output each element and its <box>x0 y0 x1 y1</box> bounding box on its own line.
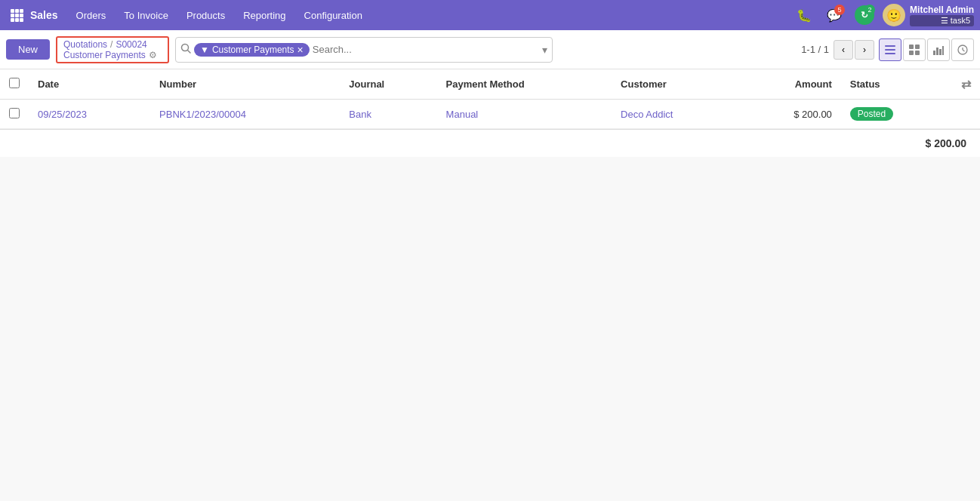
updates-badge: 2 <box>864 5 875 15</box>
search-dropdown-icon[interactable]: ▾ <box>542 44 547 56</box>
chat-btn[interactable]: 💬 5 <box>822 3 846 27</box>
breadcrumb-line: Quotations / S00024 <box>63 39 162 50</box>
task-icon: ☰ <box>941 16 948 25</box>
cell-payment-method: Manual <box>437 100 612 129</box>
task-label: task5 <box>951 16 970 25</box>
chart-view-button[interactable] <box>927 38 950 61</box>
svg-rect-3 <box>11 14 14 17</box>
list-view-button[interactable] <box>879 38 901 61</box>
cell-amount: $ 200.00 <box>739 100 841 129</box>
view-toggle <box>879 38 974 61</box>
journal-link[interactable]: Bank <box>349 109 371 120</box>
app-name: Sales <box>30 9 58 21</box>
total-row: $ 200.00 <box>0 129 980 157</box>
svg-rect-17 <box>915 51 920 55</box>
clock-view-button[interactable] <box>951 38 974 61</box>
row-checkbox[interactable] <box>9 108 20 118</box>
breadcrumb-sep: / <box>110 39 112 50</box>
gear-icon[interactable]: ⚙ <box>149 50 157 60</box>
number-link[interactable]: PBNK1/2023/00004 <box>159 109 246 120</box>
pagination-text: 1-1 / 1 <box>801 44 829 55</box>
payments-table: Date Number Journal Payment Method Custo… <box>0 69 980 129</box>
select-all-checkbox[interactable] <box>9 78 20 88</box>
svg-rect-12 <box>885 49 895 51</box>
cell-status: Posted <box>841 100 952 129</box>
breadcrumb-child[interactable]: S00024 <box>116 39 146 50</box>
svg-rect-11 <box>885 45 895 47</box>
chat-badge: 5 <box>834 5 845 15</box>
customer-link[interactable]: Deco Addict <box>621 109 673 120</box>
col-payment-method[interactable]: Payment Method <box>437 69 612 100</box>
nav-to-invoice[interactable]: To Invoice <box>115 0 177 30</box>
svg-rect-7 <box>15 18 19 22</box>
updates-btn[interactable]: ↻ 2 <box>852 3 877 27</box>
svg-rect-8 <box>20 18 23 22</box>
svg-rect-4 <box>15 14 19 17</box>
svg-rect-1 <box>15 9 19 13</box>
next-page-button[interactable]: › <box>855 40 874 60</box>
nav-reporting[interactable]: Reporting <box>234 0 294 30</box>
col-date[interactable]: Date <box>29 69 150 100</box>
col-customer[interactable]: Customer <box>612 69 739 100</box>
cell-adjust <box>952 100 980 129</box>
main-nav: Orders To Invoice Products Reporting Con… <box>67 0 790 30</box>
toolbar-right: 1-1 / 1 ‹ › <box>801 38 974 61</box>
svg-rect-13 <box>885 53 895 54</box>
user-task: ☰ task5 <box>910 15 974 26</box>
svg-rect-0 <box>11 9 14 13</box>
apps-menu-button[interactable] <box>6 5 27 26</box>
cell-date: 09/25/2023 <box>29 100 150 129</box>
nav-products[interactable]: Products <box>177 0 234 30</box>
filter-tag-icon: ▼ <box>200 45 209 55</box>
kanban-view-button[interactable] <box>903 38 926 61</box>
svg-rect-2 <box>20 9 23 13</box>
date-link[interactable]: 09/25/2023 <box>38 109 87 120</box>
table-header-row: Date Number Journal Payment Method Custo… <box>0 69 980 100</box>
search-input[interactable] <box>310 44 542 55</box>
prev-page-button[interactable]: ‹ <box>834 40 853 60</box>
col-adjust: ⇄ <box>952 69 980 100</box>
user-name: Mitchell Admin <box>910 5 974 15</box>
svg-rect-6 <box>11 18 14 22</box>
payment-method-link[interactable]: Manual <box>446 109 479 120</box>
nav-orders[interactable]: Orders <box>67 0 116 30</box>
topbar-right: 🐛 💬 5 ↻ 2 🙂 Mitchell Admin ☰ task5 <box>792 3 974 27</box>
svg-rect-20 <box>939 49 941 55</box>
user-menu[interactable]: 🙂 Mitchell Admin ☰ task5 <box>883 4 974 26</box>
svg-rect-16 <box>909 51 914 55</box>
search-icon <box>180 43 191 56</box>
col-status[interactable]: Status <box>841 69 952 100</box>
pagination-arrows: ‹ › <box>834 40 874 60</box>
nav-configuration[interactable]: Configuration <box>295 0 371 30</box>
cell-journal: Bank <box>340 100 436 129</box>
status-badge: Posted <box>850 107 893 121</box>
svg-rect-21 <box>942 46 944 55</box>
filter-tag-label: Customer Payments <box>212 45 294 55</box>
user-name-block: Mitchell Admin ☰ task5 <box>910 5 974 26</box>
col-amount[interactable]: Amount <box>739 69 841 100</box>
bug-icon: 🐛 <box>797 8 812 23</box>
col-number[interactable]: Number <box>150 69 340 100</box>
column-adjust-icon[interactable]: ⇄ <box>961 78 971 91</box>
breadcrumb-parent[interactable]: Quotations <box>63 39 107 50</box>
filter-tag-close[interactable]: × <box>297 45 304 55</box>
breadcrumb-current-label: Customer Payments <box>63 50 146 60</box>
total-amount: $ 200.00 <box>926 137 967 149</box>
svg-line-10 <box>188 51 191 54</box>
svg-rect-15 <box>915 45 920 49</box>
svg-rect-18 <box>933 51 935 55</box>
cell-number: PBNK1/2023/00004 <box>150 100 340 129</box>
select-all-col <box>0 69 29 100</box>
avatar: 🙂 <box>883 4 905 26</box>
topbar: Sales Orders To Invoice Products Reporti… <box>0 0 980 30</box>
new-button[interactable]: New <box>6 39 50 60</box>
row-checkbox-cell <box>0 100 29 129</box>
breadcrumb: Quotations / S00024 Customer Payments ⚙ <box>56 36 169 63</box>
toolbar: New Quotations / S00024 Customer Payment… <box>0 30 980 69</box>
table-row[interactable]: 09/25/2023 PBNK1/2023/00004 Bank Manual … <box>0 100 980 129</box>
col-journal[interactable]: Journal <box>340 69 436 100</box>
debug-icon-btn[interactable]: 🐛 <box>792 3 816 27</box>
amount-value: $ 200.00 <box>794 109 832 120</box>
svg-rect-14 <box>909 45 914 49</box>
cell-customer: Deco Addict <box>612 100 739 129</box>
